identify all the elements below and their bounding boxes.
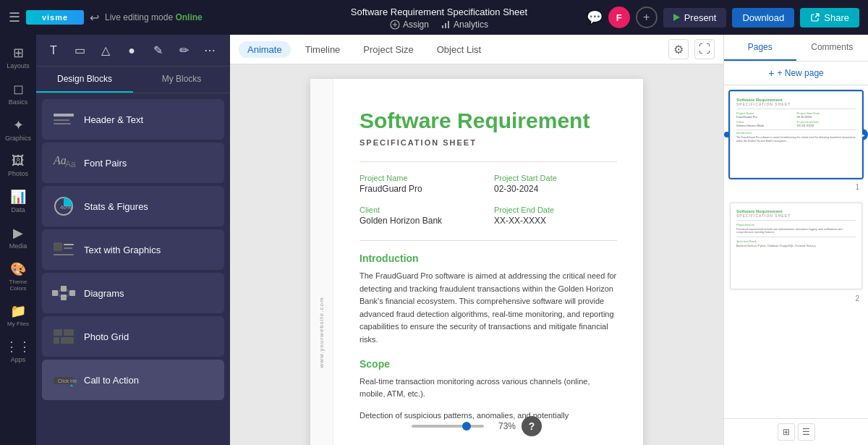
field-project-name: Project Name FraudGuard Pro	[359, 174, 482, 194]
section-introduction: Introduction The FraudGuard Pro software…	[359, 253, 617, 347]
canvas-scroll[interactable]: www.yourwebsite.com Software Requirement…	[230, 64, 723, 445]
present-button[interactable]: Present	[663, 8, 727, 27]
rect-tool[interactable]: ▭	[69, 41, 90, 61]
svg-rect-14	[54, 254, 74, 255]
svg-rect-3	[448, 21, 449, 28]
tab-animate[interactable]: Animate	[239, 41, 291, 58]
page-indicator-1	[724, 132, 730, 137]
photo-grid-icon	[51, 323, 77, 349]
my-files-icon: 📁	[10, 303, 26, 319]
tab-design-blocks[interactable]: Design Blocks	[36, 67, 133, 93]
svg-text:Click Here: Click Here	[58, 378, 77, 383]
svg-rect-12	[64, 244, 74, 245]
doc-divider-top	[359, 161, 617, 162]
block-photo-grid[interactable]: Photo Grid	[42, 316, 224, 357]
graphics-icon: ✦	[13, 117, 24, 133]
tab-object-list[interactable]: Object List	[428, 41, 490, 58]
circle-tool[interactable]: ●	[122, 41, 142, 61]
svg-rect-4	[54, 114, 74, 116]
doc-fields: Project Name FraudGuard Pro Project Star…	[359, 174, 617, 226]
help-button[interactable]: ?	[522, 416, 542, 436]
call-to-action-icon: Click Here	[51, 367, 77, 393]
photos-icon: 🖼	[12, 153, 25, 169]
logo: visme	[26, 10, 84, 25]
sidebar-item-basics[interactable]: ◻ Basics	[1, 77, 35, 110]
new-page-button[interactable]: + + New page	[724, 62, 868, 85]
text-graphics-icon	[51, 237, 77, 263]
undo-button[interactable]: ↩	[90, 11, 99, 25]
page-thumb-2[interactable]: Software Requirement SPECIFICATION SHEET…	[728, 201, 864, 291]
page-preview-1: Software Requirement SPECIFICATION SHEET…	[730, 91, 862, 178]
assign-button[interactable]: Assign	[390, 20, 429, 30]
share-button[interactable]: Share	[800, 8, 859, 27]
tab-comments[interactable]: Comments	[796, 35, 869, 61]
document-canvas: www.yourwebsite.com Software Requirement…	[310, 79, 643, 445]
tab-pages[interactable]: Pages	[724, 35, 796, 61]
block-diagrams[interactable]: Diagrams	[42, 273, 224, 313]
doc-content: Software Requirement SPECIFICATION SHEET…	[333, 79, 643, 445]
sidebar-item-layouts[interactable]: ⊞ Layouts	[1, 41, 35, 74]
zoom-level: 73%	[490, 421, 516, 431]
sidebar-item-theme-colors[interactable]: 🎨 Theme Colors	[1, 257, 35, 296]
doc-divider-mid	[359, 240, 617, 241]
doc-title: Software Requirement Specification Sheet	[351, 7, 527, 17]
analytics-button[interactable]: Analytics	[441, 20, 488, 30]
pages-list: ▶ Software Requirement SPECIFICATION SHE…	[724, 85, 868, 418]
avatar-group: +	[636, 7, 658, 28]
canvas-toolbar: Animate Timeline Project Size Object Lis…	[230, 35, 723, 64]
triangle-tool[interactable]: △	[95, 41, 116, 61]
zoom-thumb	[462, 422, 471, 431]
basics-icon: ◻	[13, 81, 24, 97]
more-tools[interactable]: ⋯	[200, 41, 220, 61]
sidebar-item-my-files[interactable]: 📁 My Files	[1, 299, 35, 331]
svg-line-21	[67, 289, 69, 293]
svg-text:Aa: Aa	[65, 159, 76, 169]
font-pairs-icon: AaAa	[51, 150, 77, 176]
download-button[interactable]: Download	[732, 8, 794, 27]
sidebar-item-media[interactable]: ▶ Media	[1, 221, 35, 254]
live-editing-status: Live editing mode Online	[105, 12, 203, 22]
sidebar-item-apps[interactable]: ⋮⋮ Apps	[1, 334, 35, 368]
grid-view-button[interactable]: ⊞	[778, 423, 795, 441]
svg-rect-17	[61, 294, 67, 300]
svg-rect-23	[54, 329, 62, 336]
layouts-icon: ⊞	[13, 45, 24, 61]
zoom-slider[interactable]	[412, 425, 484, 428]
text-tool[interactable]: T	[43, 41, 64, 61]
sidebar-item-data[interactable]: 📊 Data	[1, 185, 35, 218]
theme-colors-icon: 🎨	[10, 261, 26, 277]
block-font-pairs[interactable]: AaAa Font Pairs	[42, 143, 224, 183]
play-icon	[673, 14, 680, 21]
svg-line-19	[58, 289, 61, 293]
menu-icon[interactable]: ☰	[9, 9, 20, 25]
sidebar-item-graphics[interactable]: ✦ Graphics	[1, 113, 35, 146]
page-thumb-1[interactable]: ▶ Software Requirement SPECIFICATION SHE…	[728, 90, 864, 179]
svg-rect-25	[54, 337, 59, 344]
zoom-bar: 73% ?	[412, 416, 542, 436]
block-stats-figures[interactable]: 40% Stats & Figures	[42, 186, 224, 226]
comment-icon[interactable]: 💬	[587, 9, 603, 25]
tab-my-blocks[interactable]: My Blocks	[133, 67, 230, 93]
field-client: Client Golden Horizon Bank	[359, 205, 482, 226]
left-icon-bar: ⊞ Layouts ◻ Basics ✦ Graphics 🖼 Photos 📊…	[0, 35, 36, 445]
fullscreen-button[interactable]: ⛶	[694, 39, 715, 59]
sidebar-item-photos[interactable]: 🖼 Photos	[1, 149, 35, 182]
tab-project-size[interactable]: Project Size	[354, 41, 422, 58]
doc-sidebar: www.yourwebsite.com	[310, 79, 333, 445]
logo-image: visme	[26, 10, 84, 25]
svg-rect-1	[442, 25, 443, 28]
list-view-button[interactable]: ☰	[798, 423, 815, 441]
svg-rect-16	[61, 286, 67, 292]
section-scope: Scope Real-time transaction monitoring a…	[359, 358, 617, 401]
gear-button[interactable]: ⚙	[668, 39, 689, 59]
pen-tool[interactable]: ✎	[148, 41, 168, 61]
main-layout: ⊞ Layouts ◻ Basics ✦ Graphics 🖼 Photos 📊…	[0, 35, 868, 445]
block-call-to-action[interactable]: Click Here Call to Action	[42, 360, 224, 400]
tab-timeline[interactable]: Timeline	[297, 41, 349, 58]
avatar: F	[608, 7, 630, 28]
block-text-graphics[interactable]: Text with Graphics	[42, 229, 224, 270]
left-panel: T ▭ △ ● ✎ ✏ ⋯ Design Blocks My Blocks He…	[36, 35, 230, 445]
media-icon: ▶	[13, 225, 23, 241]
pencil-tool[interactable]: ✏	[174, 41, 194, 61]
block-header-text[interactable]: Header & Text	[42, 99, 224, 140]
